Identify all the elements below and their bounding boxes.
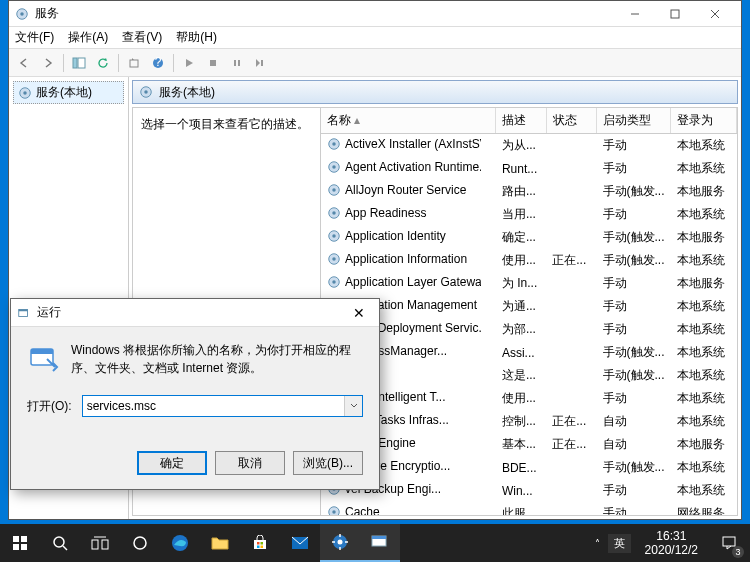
column-name[interactable]: 名称 ▴ [321,108,496,134]
cell-desc: 为通... [496,295,546,318]
cell-status [546,364,596,387]
svg-rect-60 [21,536,27,542]
restart-service-button[interactable] [250,52,272,74]
description-prompt: 选择一个项目来查看它的描述。 [141,116,312,133]
start-button[interactable] [0,524,40,562]
svg-rect-73 [257,546,260,549]
table-row[interactable]: Agent Activation Runtime...Runt...手动本地系统 [321,157,737,180]
table-row[interactable]: AppX Deployment Servic...为部...手动本地系统 [321,318,737,341]
close-button[interactable] [695,3,735,25]
minimize-button[interactable] [615,3,655,25]
back-button[interactable] [13,52,35,74]
task-view-button[interactable] [80,524,120,562]
table-row[interactable]: vel Backup Engi...Win...手动本地系统 [321,479,737,502]
search-button[interactable] [40,524,80,562]
tray-chevron-up-icon[interactable]: ˄ [595,538,600,549]
cortana-button[interactable] [120,524,160,562]
table-row[interactable]: ound Tasks Infras...控制...正在...自动本地系统 [321,410,737,433]
gear-icon [327,252,341,266]
run-button-row: 确定 取消 浏览(B)... [11,441,379,489]
menu-file[interactable]: 文件(F) [15,29,54,46]
cell-logon: 本地服务 [671,272,737,295]
chevron-down-icon[interactable] [344,396,362,416]
forward-button[interactable] [37,52,59,74]
svg-point-20 [332,142,336,146]
windows-icon [12,535,28,551]
svg-point-77 [338,540,343,545]
close-button[interactable]: ✕ [345,305,373,321]
svg-text:?: ? [155,57,162,69]
cell-name: App Readiness [321,203,481,223]
table-row[interactable]: Application Management为通...手动本地系统 [321,295,737,318]
column-logon[interactable]: 登录为 [671,108,737,134]
column-status[interactable]: 状态 [546,108,596,134]
tree-item-services-local[interactable]: 服务(本地) [13,81,124,104]
cell-desc: 为 In... [496,272,546,295]
cell-startup: 手动(触发... [597,249,671,272]
run-titlebar[interactable]: 运行 ✕ [11,299,379,327]
table-row[interactable]: 服务这是...手动(触发...本地系统 [321,364,737,387]
table-row[interactable]: Application Information使用...正在...手动(触发..… [321,249,737,272]
taskbar-app-explorer[interactable] [200,524,240,562]
ok-button[interactable]: 确定 [137,451,207,475]
help-button[interactable]: ? [147,52,169,74]
taskbar-app-store[interactable] [240,524,280,562]
table-row[interactable]: Cache此服...手动网络服务 [321,502,737,515]
table-row[interactable]: ActiveX Installer (AxInstSV)为从...手动本地系统 [321,134,737,158]
separator [63,54,64,72]
gear-icon [327,137,341,151]
run-title-text: 运行 [31,304,345,321]
export-button[interactable] [123,52,145,74]
cancel-button[interactable]: 取消 [215,451,285,475]
table-row[interactable]: ound Intelligent T...使用...手动本地系统 [321,387,737,410]
cell-status [546,341,596,364]
show-hide-tree-button[interactable] [68,52,90,74]
menu-action[interactable]: 操作(A) [68,29,108,46]
notification-button[interactable]: 3 [712,526,746,560]
taskbar-app-run[interactable] [360,524,400,562]
table-row[interactable]: Application Layer Gatewa...为 In...手动本地服务 [321,272,737,295]
taskbar-app-mail[interactable] [280,524,320,562]
cell-name: AllJoyn Router Service [321,180,481,200]
table-row[interactable]: er Drive Encryptio...BDE...手动(触发...本地系统 [321,456,737,479]
clock[interactable]: 16:31 2020/12/2 [639,529,704,558]
refresh-button[interactable] [92,52,114,74]
open-combobox[interactable] [82,395,363,417]
cell-status [546,387,596,410]
gear-icon [327,206,341,220]
svg-rect-84 [723,537,735,546]
cell-desc: Win... [496,479,546,502]
cell-startup: 手动(触发... [597,341,671,364]
table-row[interactable]: AllJoyn Router Service路由...手动(触发...本地服务 [321,180,737,203]
maximize-button[interactable] [655,3,695,25]
svg-rect-61 [13,544,19,550]
cortana-icon [132,535,148,551]
browse-button[interactable]: 浏览(B)... [293,451,363,475]
table-row[interactable]: tering Engine基本...正在...自动本地服务 [321,433,737,456]
taskbar-app-edge[interactable] [160,524,200,562]
menu-view[interactable]: 查看(V) [122,29,162,46]
svg-rect-83 [372,536,386,539]
cell-logon: 本地系统 [671,134,737,158]
titlebar[interactable]: 服务 [9,1,741,27]
run-icon [17,306,31,320]
table-row[interactable]: Application Identity确定...手动(触发...本地服务 [321,226,737,249]
start-service-button[interactable] [178,52,200,74]
pause-service-button[interactable] [226,52,248,74]
services-table-wrap[interactable]: 名称 ▴ 描述 状态 启动类型 登录为 ActiveX Installer (A… [321,108,737,515]
cell-desc: 确定... [496,226,546,249]
cell-desc: Runt... [496,157,546,180]
tray-ime-indicator[interactable]: 英 [608,534,631,553]
stop-service-button[interactable] [202,52,224,74]
cell-name: Cache [321,502,481,515]
column-startup[interactable]: 启动类型 [597,108,671,134]
menu-help[interactable]: 帮助(H) [176,29,217,46]
table-row[interactable]: dAccessManager...Assi...手动(触发...本地系统 [321,341,737,364]
cell-startup: 手动 [597,387,671,410]
cell-startup: 手动(触发... [597,226,671,249]
cell-startup: 手动(触发... [597,364,671,387]
open-input[interactable] [82,395,363,417]
table-row[interactable]: App Readiness当用...手动本地系统 [321,203,737,226]
taskbar-app-settings[interactable] [320,524,360,562]
column-desc[interactable]: 描述 [496,108,546,134]
